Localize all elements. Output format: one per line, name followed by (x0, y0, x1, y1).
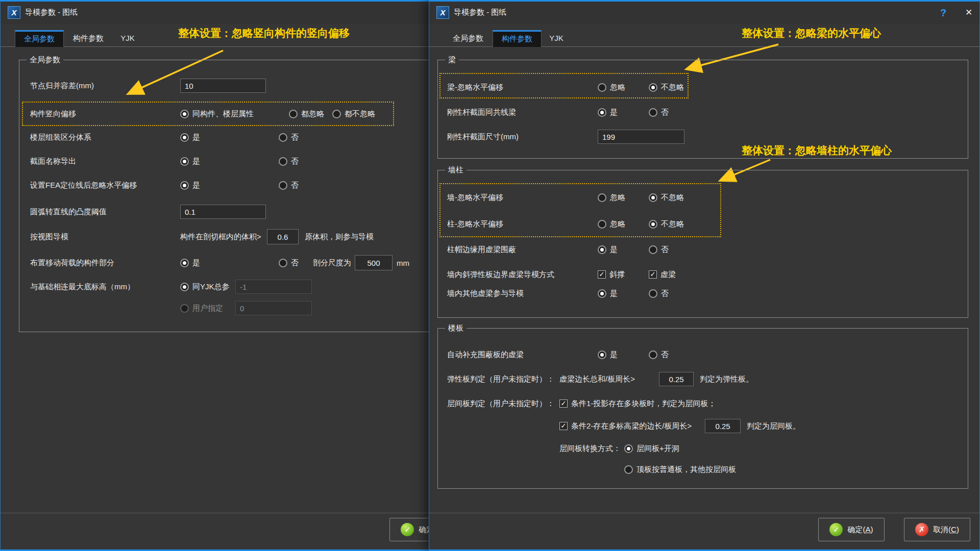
radio-icon (598, 83, 606, 92)
window-title: 导模参数 - 图纸 (25, 8, 78, 17)
tab-yjk[interactable]: YJK (542, 30, 571, 47)
help-button[interactable]: ? (936, 6, 951, 20)
tab-component-params[interactable]: 构件参数 (64, 30, 113, 47)
elastic-slab-ratio-input[interactable] (659, 372, 694, 386)
radio-auto-fill-no[interactable]: 否 (649, 347, 669, 362)
radio-same-component-storey[interactable]: 同构件、楼层属性 (180, 106, 254, 121)
radio-moving-load-no[interactable]: 否 (279, 255, 299, 270)
titlebar[interactable]: X 导模参数 - 图纸 (1, 2, 429, 24)
tab-component-params[interactable]: 构件参数 (493, 30, 542, 47)
window-title: 导模参数 - 图纸 (454, 8, 506, 17)
checkbox-icon (649, 270, 657, 279)
radio-icon (332, 110, 341, 118)
node-merge-tolerance-input[interactable] (180, 79, 266, 93)
radio-section-export-yes[interactable]: 是 (180, 154, 200, 169)
radio-icon (180, 304, 189, 313)
checkbox-condition2[interactable]: 条件2-存在多标高梁的边长/板周长> (559, 418, 692, 434)
cancel-button[interactable]: ✗ 取消(C) (904, 518, 970, 541)
radio-column-ignore[interactable]: 忽略 (598, 216, 625, 232)
volume-condition-text: 构件在剖切框内的体积> (180, 229, 261, 244)
group-label: 楼板 (445, 323, 467, 333)
yjk-param-value-input[interactable] (235, 280, 312, 294)
checkbox-icon (559, 399, 568, 408)
field-wall-ignore-horizontal-offset: 墙-忽略水平偏移 (447, 190, 503, 205)
dialog-component-params: X 导模参数 - 图纸 ? ✕ 全局参数 构件参数 YJK 整体设置：忽略梁的水… (429, 0, 980, 551)
radio-icon (180, 259, 189, 267)
radio-wall-ignore[interactable]: 忽略 (598, 190, 625, 205)
radio-beam-ignore[interactable]: 忽略 (598, 80, 625, 95)
radio-storey-assembly-yes[interactable]: 是 (180, 130, 200, 145)
checkbox-icon (598, 270, 606, 279)
app-icon: X (436, 6, 449, 19)
ok-button[interactable]: ✓ 确定(A) (818, 518, 885, 541)
user-specified-value-input[interactable] (235, 301, 312, 315)
radio-column-not-ignore[interactable]: 不忽略 (649, 216, 684, 232)
dialog-global-params: X 导模参数 - 图纸 全局参数 构件参数 YJK 整体设置：忽略竖向构件的竖向… (0, 0, 430, 551)
radio-storey-assembly-no[interactable]: 否 (279, 130, 299, 145)
field-component-vertical-offset: 构件竖向偏移 (30, 106, 76, 121)
group-label: 梁 (445, 55, 459, 65)
radio-wall-not-ignore[interactable]: 不忽略 (649, 190, 684, 205)
field-beam-ignore-horizontal-offset: 梁-忽略水平偏移 (447, 80, 503, 95)
mesh-size-input[interactable] (355, 255, 393, 270)
field-section-name-export: 截面名称导出 (30, 154, 76, 169)
radio-section-export-no[interactable]: 否 (279, 154, 299, 169)
arc-bulge-threshold-input[interactable] (180, 205, 266, 219)
radio-auto-fill-yes[interactable]: 是 (598, 347, 618, 362)
radio-roof-as-normal-slab[interactable]: 顶板按普通板，其他按层间板 (624, 462, 736, 477)
checkbox-diagonal-brace[interactable]: 斜撑 (598, 267, 625, 282)
field-max-bottom-elevation: 与基础相连最大底标高（mm） (30, 279, 135, 294)
radio-icon (598, 220, 606, 229)
radio-icon (279, 133, 287, 142)
checkbox-condition1[interactable]: 条件1-投影存在多块板时，判定为层间板； (559, 396, 716, 411)
radio-icon (624, 444, 633, 453)
radio-icon (624, 465, 633, 474)
group-label: 全局参数 (27, 55, 63, 65)
annotation-vertical-offset: 整体设置：忽略竖向构件的竖向偏移 (178, 26, 350, 40)
rigid-bar-section-size-input[interactable] (598, 130, 684, 144)
field-moving-load-parts: 布置移动荷载的构件部分 (30, 255, 114, 270)
field-other-virtual-beams-export: 墙内其他虚梁参与导模 (447, 286, 524, 301)
tab-global-params[interactable]: 全局参数 (15, 30, 64, 47)
footer-divider (1, 513, 429, 513)
field-fea-ignore-horizontal-offset: 设置FEA定位线后忽略水平偏移 (30, 178, 137, 193)
radio-beam-not-ignore[interactable]: 不忽略 (649, 80, 684, 95)
radio-icon (649, 289, 657, 298)
checkbox-icon (559, 422, 568, 430)
radio-ignore-none[interactable]: 都不忽略 (332, 106, 375, 121)
radio-icon (649, 350, 657, 359)
radio-moving-load-yes[interactable]: 是 (180, 255, 200, 270)
radio-column-cap-yes[interactable]: 是 (598, 242, 618, 257)
radio-fea-yes[interactable]: 是 (180, 178, 200, 193)
radio-rigid-bar-yes[interactable]: 是 (598, 105, 618, 120)
radio-other-virtual-yes[interactable]: 是 (598, 286, 618, 301)
cancel-x-icon: ✗ (915, 523, 928, 536)
condition2-ratio-input[interactable] (705, 419, 741, 433)
ok-button[interactable]: ✓ 确定(A) (389, 518, 430, 541)
condition2-suffix: 判定为层间板。 (747, 418, 800, 434)
radio-icon (598, 193, 606, 202)
radio-fea-no[interactable]: 否 (279, 178, 299, 193)
checkbox-virtual-beam[interactable]: 虚梁 (649, 267, 676, 282)
radio-column-cap-no[interactable]: 否 (649, 242, 669, 257)
mesh-size-unit: mm (397, 255, 409, 270)
radio-icon (649, 193, 657, 202)
close-button[interactable]: ✕ (961, 6, 976, 20)
radio-rigid-bar-no[interactable]: 否 (649, 105, 669, 120)
radio-interlayer-plus-opening[interactable]: 层间板+开洞 (624, 441, 679, 456)
radio-user-specified[interactable]: 用户指定 (180, 300, 223, 316)
tab-strip-divider (1, 46, 429, 47)
radio-other-virtual-no[interactable]: 否 (649, 286, 669, 301)
radio-same-yjk-param[interactable]: 同YJK总参 (180, 279, 230, 294)
tab-global-params[interactable]: 全局参数 (444, 30, 493, 47)
radio-icon (649, 245, 657, 254)
radio-icon (598, 108, 606, 117)
radio-ignore-all[interactable]: 都忽略 (289, 106, 324, 121)
field-storey-assembly-system: 楼层组装区分体系 (30, 130, 91, 145)
titlebar[interactable]: X 导模参数 - 图纸 ? ✕ (429, 2, 979, 24)
tab-yjk[interactable]: YJK (113, 30, 142, 47)
radio-icon (180, 283, 189, 291)
radio-icon (180, 157, 189, 166)
volume-ratio-input[interactable] (267, 229, 299, 244)
footer-divider (429, 513, 979, 513)
